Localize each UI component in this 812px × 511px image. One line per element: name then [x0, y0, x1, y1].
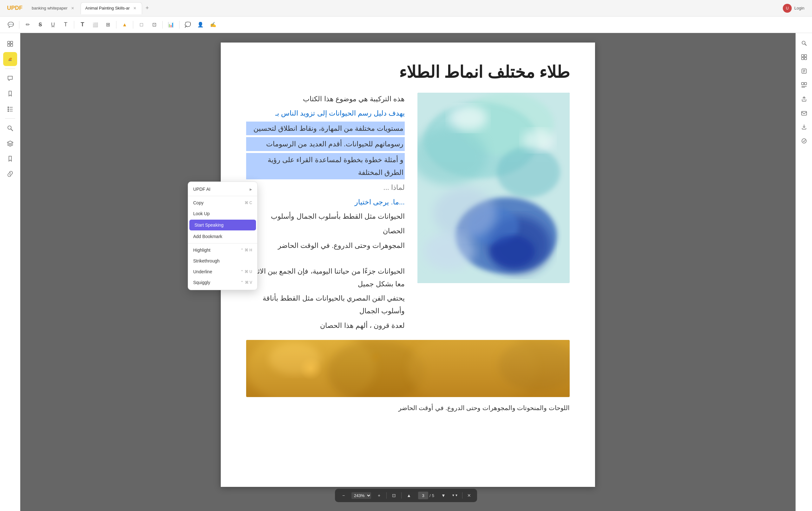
speech-btn[interactable]: 💭 — [182, 19, 194, 30]
text-tool-btn[interactable]: T — [60, 19, 71, 30]
more-pages-btn[interactable]: ▼▼ — [450, 491, 460, 500]
bottom-divider-3 — [462, 492, 462, 499]
menu-item-underline-shortcut: ⌃ ⌘ U — [240, 269, 252, 274]
menu-item-highlight[interactable]: Highlight ⌃ ⌘ H — [188, 245, 257, 255]
svg-point-19 — [522, 129, 554, 152]
right-save-btn[interactable] — [798, 120, 810, 133]
textbox-btn[interactable]: ⬜ — [89, 19, 101, 30]
chart-btn[interactable]: 📊 — [165, 19, 177, 30]
right-ocr-btn[interactable] — [798, 79, 810, 91]
next-page-btn[interactable]: ▼ — [439, 491, 448, 500]
pdf-area: طلاء مختلف انماط الطلاء هذه التركيبة هي … — [20, 33, 795, 511]
menu-item-updf-ai[interactable]: UPDF AI ▶ — [188, 184, 257, 194]
sidebar-comments-btn[interactable] — [3, 72, 17, 85]
add-tab-button[interactable]: + — [143, 4, 152, 13]
text-bold-btn[interactable]: T — [77, 19, 88, 30]
svg-rect-36 — [802, 57, 804, 60]
tab-animal-close[interactable]: ✕ — [132, 6, 137, 11]
close-icon: ✕ — [467, 493, 471, 498]
menu-item-lookup-label: Look Up — [193, 211, 210, 216]
strikethrough-tool-btn[interactable]: S — [35, 19, 46, 30]
table-btn[interactable]: ⊞ — [102, 19, 114, 30]
menu-item-squiggly[interactable]: Squiggly ⌃ ⌘ V — [188, 277, 257, 288]
sidebar-bookmarks-btn[interactable] — [3, 87, 17, 101]
menu-item-start-speaking[interactable]: Start Speaking — [190, 220, 256, 231]
sidebar-layers-btn[interactable] — [3, 136, 17, 151]
toolbar-divider-3 — [116, 21, 116, 29]
close-toolbar-btn[interactable]: ✕ — [465, 491, 473, 500]
menu-item-strikethrough[interactable]: Strikethrough — [188, 255, 257, 266]
image-column — [417, 93, 570, 334]
main-layout: طلاء مختلف انماط الطلاء هذه التركيبة هي … — [0, 33, 812, 511]
tab-banking-label: banking whitepaper — [32, 6, 67, 10]
bottom-divider-1 — [386, 492, 387, 499]
login-button[interactable]: Login — [794, 6, 804, 10]
sidebar-toc-btn[interactable] — [3, 102, 17, 116]
zoom-in-icon: + — [378, 493, 380, 498]
fit-page-btn[interactable]: ⊡ — [389, 491, 399, 500]
svg-point-25 — [490, 236, 535, 267]
sidebar-pages-btn[interactable] — [3, 37, 17, 51]
person-btn[interactable]: 👤 — [195, 19, 206, 30]
tab-banking-close[interactable]: ✕ — [70, 6, 75, 11]
svg-rect-9 — [8, 110, 9, 112]
svg-rect-42 — [802, 82, 804, 85]
bottom-image-strip — [246, 340, 570, 397]
svg-point-24 — [424, 232, 474, 270]
ar-line-10: المجوهرات وحتى الدروع. في الوقت الحاضر — [246, 239, 405, 252]
right-email-btn[interactable] — [798, 107, 810, 119]
sidebar-divider-1 — [5, 69, 15, 69]
zoom-out-btn[interactable]: − — [339, 491, 348, 500]
watercolor-svg — [417, 93, 570, 283]
sidebar-bookmark2-btn[interactable] — [3, 152, 17, 166]
svg-rect-5 — [8, 107, 9, 108]
menu-item-underline[interactable]: Underline ⌃ ⌘ U — [188, 266, 257, 277]
tab-animal-painting[interactable]: Animal Painting Skills-ar ✕ — [81, 2, 142, 14]
right-action-btn[interactable] — [798, 135, 810, 147]
app-logo: UPDF — [3, 3, 27, 13]
context-menu: UPDF AI ▶ Copy ⌘ C Look Up Start Speakin… — [188, 182, 258, 290]
ar-line-8: الحيوانات مثل القطط بأسلوب الجمال وأسلوب — [246, 210, 405, 223]
right-share-btn[interactable] — [798, 93, 810, 105]
underline-tool-btn[interactable]: U — [47, 19, 59, 30]
stamp-btn[interactable]: ⊡ — [148, 19, 160, 30]
ar-line-4: رسوماتهم للحيوانات. أقدم العديد من الرسو… — [246, 137, 405, 151]
right-thumbnails-btn[interactable] — [798, 51, 810, 63]
menu-item-copy[interactable]: Copy ⌘ C — [188, 197, 257, 208]
svg-point-17 — [497, 146, 560, 197]
menu-item-add-bookmark[interactable]: Add Bookmark — [188, 231, 257, 242]
menu-item-add-bookmark-label: Add Bookmark — [193, 234, 222, 239]
menu-item-strikethrough-label: Strikethrough — [193, 258, 220, 264]
sidebar-highlight-btn[interactable] — [3, 52, 17, 66]
bottom-image-overlay — [246, 340, 570, 397]
next-icon: ▼ — [441, 493, 446, 498]
comment-tool-btn[interactable]: 💬 — [5, 19, 17, 30]
zoom-in-btn[interactable]: + — [374, 491, 384, 500]
svg-point-47 — [802, 139, 806, 143]
sidebar-link-btn[interactable] — [3, 167, 17, 181]
page-current-input[interactable] — [418, 492, 428, 499]
svg-rect-3 — [10, 44, 13, 46]
ar-line-3: مستويات مختلفة من المهارة، ونقاط انطلاق … — [246, 122, 405, 136]
ar-line-7: ...ما. يرجى اختيار — [246, 196, 405, 209]
pencil-tool-btn[interactable]: ✏ — [22, 19, 33, 30]
sidebar-search-btn[interactable] — [3, 121, 17, 135]
pdf-page: طلاء مختلف انماط الطلاء هذه التركيبة هي … — [221, 43, 595, 487]
svg-rect-7 — [8, 109, 9, 110]
tab-banking[interactable]: banking whitepaper ✕ — [27, 2, 80, 14]
svg-line-33 — [805, 44, 806, 45]
zoom-select[interactable]: 243% 100% 150% 200% 300% — [351, 492, 371, 499]
right-sidebar — [795, 33, 812, 511]
prev-page-btn[interactable]: ▲ — [404, 491, 414, 500]
signature-btn[interactable]: ✍ — [207, 19, 219, 30]
bottom-toolbar: − 243% 100% 150% 200% 300% + ⊡ ▲ / 5 ▼ ▼… — [335, 489, 477, 502]
right-search-btn[interactable] — [798, 37, 810, 50]
ar-line-1: هذه التركيبة هي موضوع هذا الكتاب — [246, 93, 405, 105]
menu-item-underline-label: Underline — [193, 269, 212, 274]
right-convert-btn[interactable] — [798, 65, 810, 77]
highlight-marker-btn[interactable]: ▲ — [119, 19, 130, 30]
shape-btn[interactable]: □ — [136, 19, 147, 30]
menu-item-lookup[interactable]: Look Up — [188, 208, 257, 219]
zoom-out-icon: − — [342, 493, 345, 498]
menu-item-squiggly-label: Squiggly — [193, 280, 210, 285]
